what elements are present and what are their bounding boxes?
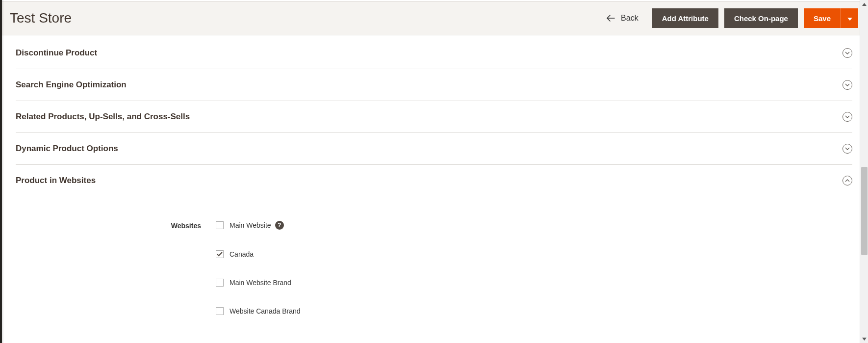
- back-link[interactable]: Back: [606, 14, 638, 23]
- chevron-down-circle-icon: [842, 48, 852, 58]
- checkbox-label: Main Website Brand: [230, 279, 291, 287]
- section-title-discontinue: Discontinue Product: [16, 48, 97, 58]
- triangle-down-icon: [847, 15, 852, 22]
- checkbox-website-canada-brand[interactable]: [216, 307, 224, 315]
- websites-checkbox-list: Main Website ? Canada Main Website B: [216, 221, 301, 320]
- section-title-seo: Search Engine Optimization: [16, 80, 127, 90]
- page-title: Test Store: [10, 10, 72, 26]
- websites-field-label: Websites: [16, 221, 216, 230]
- left-shadow: [0, 0, 4, 343]
- arrow-left-icon: [606, 15, 615, 22]
- checkbox-main-website-brand[interactable]: [216, 279, 224, 287]
- website-checkbox-item: Website Canada Brand: [216, 307, 301, 315]
- scroll-down-button[interactable]: [860, 335, 868, 343]
- chevron-up-circle-icon: [842, 176, 852, 185]
- scrollbar-thumb[interactable]: [861, 167, 868, 255]
- checkbox-label: Main Website: [230, 221, 271, 229]
- section-dynamic[interactable]: Dynamic Product Options: [16, 133, 852, 165]
- content-area: Discontinue Product Search Engine Optimi…: [0, 35, 868, 335]
- website-checkbox-item: Canada: [216, 250, 301, 258]
- section-title-related: Related Products, Up-Sells, and Cross-Se…: [16, 112, 190, 122]
- section-seo[interactable]: Search Engine Optimization: [16, 69, 852, 101]
- checkbox-label: Canada: [230, 250, 254, 258]
- websites-field-row: Websites Main Website ? Canada: [16, 221, 852, 320]
- section-discontinue[interactable]: Discontinue Product: [16, 35, 852, 69]
- scroll-up-button[interactable]: [860, 0, 868, 8]
- website-checkbox-item: Main Website ?: [216, 221, 301, 230]
- chevron-down-circle-icon: [842, 112, 852, 122]
- checkbox-main-website[interactable]: [216, 221, 224, 229]
- website-checkbox-item: Main Website Brand: [216, 279, 301, 287]
- back-label: Back: [621, 14, 638, 23]
- vertical-scrollbar[interactable]: [860, 0, 868, 343]
- save-dropdown-button[interactable]: [841, 8, 858, 28]
- add-attribute-button[interactable]: Add Attribute: [652, 8, 718, 28]
- page-header: Test Store Back Add Attribute Check On-p…: [0, 1, 868, 35]
- chevron-down-circle-icon: [842, 80, 852, 90]
- check-onpage-button[interactable]: Check On-page: [724, 8, 798, 28]
- save-button[interactable]: Save: [804, 8, 841, 28]
- section-related[interactable]: Related Products, Up-Sells, and Cross-Se…: [16, 101, 852, 133]
- section-websites[interactable]: Product in Websites: [16, 165, 852, 196]
- section-websites-body: Websites Main Website ? Canada: [16, 196, 852, 335]
- save-button-group: Save: [804, 8, 858, 28]
- section-title-websites: Product in Websites: [16, 176, 96, 185]
- checkbox-canada[interactable]: [216, 250, 224, 258]
- help-icon[interactable]: ?: [275, 221, 284, 230]
- section-title-dynamic: Dynamic Product Options: [16, 144, 118, 154]
- checkbox-label: Website Canada Brand: [230, 307, 301, 315]
- chevron-down-circle-icon: [842, 144, 852, 154]
